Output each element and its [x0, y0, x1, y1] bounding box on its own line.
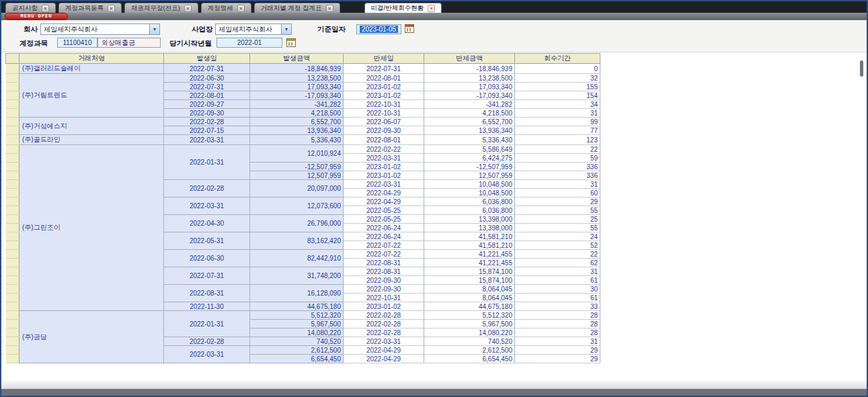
- settlement-amount-cell[interactable]: 17,093,340: [424, 83, 515, 91]
- tab-0[interactable]: 공지사항✕: [5, 3, 56, 13]
- collection-days-cell[interactable]: 28: [515, 311, 600, 320]
- collection-days-cell[interactable]: 0: [515, 64, 600, 74]
- occurrence-amount-cell[interactable]: 44,675,180: [250, 302, 344, 311]
- collection-days-cell[interactable]: 24: [515, 232, 600, 241]
- collection-days-cell[interactable]: 59: [515, 154, 600, 163]
- settlement-date-cell[interactable]: 2022-08-31: [344, 267, 424, 276]
- settlement-date-cell[interactable]: 2022-07-22: [344, 241, 424, 250]
- settlement-date-cell[interactable]: 2022-09-30: [344, 285, 424, 294]
- settlement-amount-cell[interactable]: 6,424,275: [424, 154, 515, 163]
- occurrence-date-cell[interactable]: 2022-09-30: [164, 109, 250, 118]
- settlement-date-cell[interactable]: 2022-08-31: [344, 259, 424, 267]
- settlement-amount-cell[interactable]: 8,064,045: [424, 294, 515, 302]
- row-selector-cell[interactable]: [6, 232, 19, 241]
- settlement-amount-cell[interactable]: -341,282: [424, 100, 515, 109]
- occurrence-amount-cell[interactable]: -18,846,939: [250, 64, 344, 74]
- collection-days-cell[interactable]: 28: [515, 328, 600, 337]
- row-selector-cell[interactable]: [6, 302, 19, 311]
- collection-days-cell[interactable]: 29: [515, 197, 600, 206]
- settlement-date-cell[interactable]: 2022-04-29: [344, 355, 424, 363]
- occurrence-amount-cell[interactable]: 5,512,320: [250, 311, 344, 320]
- collection-days-cell[interactable]: 25: [515, 215, 600, 224]
- settlement-date-cell[interactable]: 2022-04-29: [344, 346, 424, 355]
- collection-days-cell[interactable]: 31: [515, 109, 600, 118]
- settlement-date-cell[interactable]: 2022-05-25: [344, 206, 424, 215]
- occurrence-amount-cell[interactable]: 83,162,420: [250, 232, 344, 250]
- tab-3[interactable]: 계정명세✕: [201, 3, 251, 13]
- occurrence-amount-cell[interactable]: 16,128,090: [250, 285, 344, 302]
- settlement-amount-cell[interactable]: 5,512,320: [424, 311, 515, 320]
- occurrence-amount-cell[interactable]: -17,093,340: [250, 91, 344, 100]
- row-selector-cell[interactable]: [6, 91, 19, 100]
- row-selector-cell[interactable]: [6, 171, 19, 180]
- settlement-amount-cell[interactable]: 10,048,500: [424, 189, 515, 197]
- row-selector-cell[interactable]: [6, 311, 19, 320]
- tab-4[interactable]: 거래처별 계정 집계표✕: [254, 3, 340, 13]
- row-selector-cell[interactable]: [6, 154, 19, 163]
- settlement-date-cell[interactable]: 2022-05-25: [344, 215, 424, 224]
- row-selector-cell[interactable]: [6, 197, 19, 206]
- row-selector-cell[interactable]: [6, 267, 19, 276]
- collection-days-cell[interactable]: 33: [515, 302, 600, 311]
- collection-days-cell[interactable]: 32: [515, 74, 600, 83]
- settlement-amount-cell[interactable]: 6,552,700: [424, 118, 515, 126]
- settlement-date-cell[interactable]: 2023-01-02: [344, 91, 424, 100]
- occurrence-date-cell[interactable]: 2022-03-31: [164, 346, 250, 363]
- settlement-date-cell[interactable]: 2022-10-31: [344, 100, 424, 109]
- occurrence-date-cell[interactable]: 2022-02-28: [164, 180, 250, 197]
- occurrence-date-cell[interactable]: 2022-02-28: [164, 337, 250, 346]
- row-selector-cell[interactable]: [6, 145, 19, 154]
- row-selector-cell[interactable]: [6, 100, 19, 109]
- calendar-icon[interactable]: [286, 38, 296, 47]
- row-selector-cell[interactable]: [6, 320, 19, 328]
- settlement-amount-cell[interactable]: 41,581,210: [424, 232, 515, 241]
- collection-days-cell[interactable]: 61: [515, 276, 600, 285]
- collection-days-cell[interactable]: 22: [515, 145, 600, 154]
- collection-days-cell[interactable]: 55: [515, 224, 600, 232]
- collection-days-cell[interactable]: 155: [515, 83, 600, 91]
- settlement-amount-cell[interactable]: 44,675,180: [424, 302, 515, 311]
- scrollbar-thumb[interactable]: [860, 60, 863, 77]
- collection-days-cell[interactable]: 336: [515, 171, 600, 180]
- settlement-amount-cell[interactable]: 41,221,455: [424, 250, 515, 259]
- settlement-amount-cell[interactable]: 13,398,000: [424, 215, 515, 224]
- settlement-date-cell[interactable]: 2023-01-02: [344, 83, 424, 91]
- row-selector-cell[interactable]: [6, 206, 19, 215]
- collection-days-cell[interactable]: 55: [515, 206, 600, 215]
- settlement-amount-cell[interactable]: 6,654,450: [424, 355, 515, 363]
- calendar-icon[interactable]: [405, 24, 414, 33]
- occurrence-date-cell[interactable]: 2022-07-31: [164, 83, 250, 91]
- chevron-down-icon[interactable]: ▼: [281, 24, 291, 34]
- collection-days-cell[interactable]: 31: [515, 180, 600, 189]
- collection-days-cell[interactable]: 22: [515, 250, 600, 259]
- tab-2[interactable]: 채권채무장(전표)✕: [124, 3, 198, 13]
- close-tab-icon[interactable]: ✕: [428, 5, 435, 12]
- settlement-amount-cell[interactable]: 740,520: [424, 337, 515, 346]
- settlement-date-cell[interactable]: 2022-06-24: [344, 232, 424, 241]
- chevron-down-icon[interactable]: ▼: [149, 24, 159, 34]
- occurrence-date-cell[interactable]: 2022-02-28: [164, 118, 250, 126]
- row-selector-cell[interactable]: [6, 64, 19, 74]
- row-selector-cell[interactable]: [6, 285, 19, 294]
- close-tab-icon[interactable]: ✕: [42, 5, 49, 12]
- collection-days-cell[interactable]: 123: [515, 135, 600, 145]
- occurrence-amount-cell[interactable]: 12,507,959: [250, 171, 344, 180]
- customer-name-cell[interactable]: (주)거성에스지: [19, 118, 164, 135]
- settlement-date-cell[interactable]: 2022-08-01: [344, 74, 424, 83]
- settlement-date-cell[interactable]: 2022-03-31: [344, 154, 424, 163]
- occurrence-amount-cell[interactable]: 17,093,340: [250, 83, 344, 91]
- customer-name-cell[interactable]: (주)골드라인: [19, 135, 164, 145]
- collection-days-cell[interactable]: 77: [515, 126, 600, 135]
- settlement-amount-cell[interactable]: 13,936,340: [424, 126, 515, 135]
- close-tab-icon[interactable]: ✕: [184, 5, 192, 12]
- occurrence-date-cell[interactable]: 2022-08-31: [164, 285, 250, 302]
- settlement-date-cell[interactable]: 2022-02-28: [344, 311, 424, 320]
- occurrence-amount-cell[interactable]: 31,748,200: [250, 267, 344, 285]
- occurrence-date-cell[interactable]: 2022-07-31: [164, 64, 250, 74]
- customer-name-cell[interactable]: (주)그린조이: [19, 145, 164, 311]
- company-select[interactable]: 제일제지주식회사 ▼: [40, 24, 160, 35]
- row-selector-cell[interactable]: [6, 355, 19, 363]
- collection-days-cell[interactable]: 61: [515, 294, 600, 302]
- settlement-date-cell[interactable]: 2022-02-28: [344, 320, 424, 328]
- row-selector-cell[interactable]: [6, 215, 19, 224]
